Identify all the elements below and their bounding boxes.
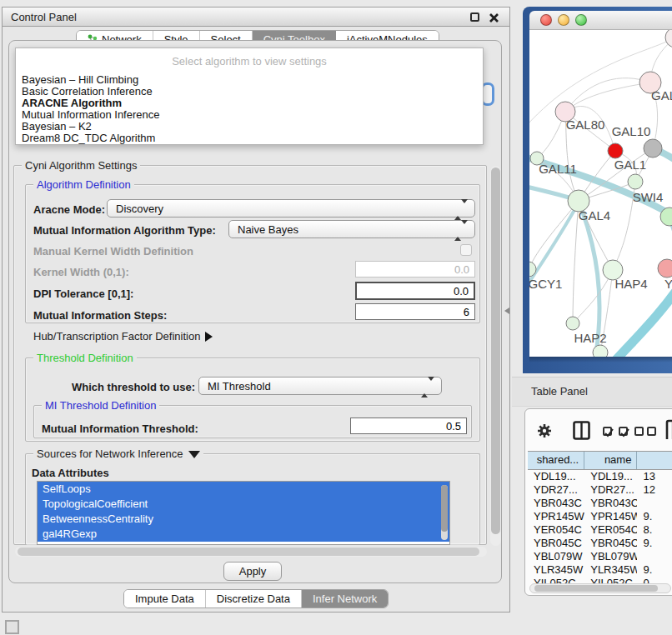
table-cell: 8. — [637, 523, 672, 537]
algorithm-popup-hint: Select algorithm to view settings — [16, 48, 483, 74]
which-threshold-combo[interactable]: MI Threshold — [198, 377, 442, 395]
network-node-label: Y — [664, 277, 672, 291]
network-node-y[interactable] — [658, 259, 672, 278]
unchecked-checkboxes-icon[interactable] — [634, 424, 656, 439]
table-row[interactable]: YBR043CYBR043C — [528, 497, 672, 510]
attributes-scrollbar-thumb[interactable] — [441, 485, 448, 532]
combo-stepper-icon — [454, 203, 468, 216]
algorithm-definition-title: Algorithm Definition — [33, 178, 134, 191]
mi-algorithm-type-label: Mutual Information Algorithm Type: — [33, 224, 216, 237]
network-canvas[interactable]: GALGAL80GAL10GAL11GAL1SWI4GAL4GCY1HAP4YH… — [529, 30, 672, 357]
tab-discretize-data[interactable]: Discretize Data — [206, 590, 302, 608]
table-row[interactable]: YLR345WYLR345W9. — [528, 563, 672, 577]
network-node-gal10[interactable] — [608, 143, 623, 158]
split-pane-collapse-icon[interactable] — [504, 308, 509, 314]
mi-steps-label: Mutual Information Steps: — [33, 309, 167, 322]
network-node[interactable] — [644, 139, 662, 158]
close-icon[interactable] — [489, 12, 499, 22]
algorithm-option-mutual-information-inference[interactable]: Mutual Information Inference — [16, 109, 483, 121]
table-row[interactable]: YPR145WYPR145W9. — [528, 510, 672, 523]
attribute-item-selfloops[interactable]: SelfLoops — [38, 482, 449, 497]
mi-algorithm-type-combo[interactable]: Naive Bayes — [228, 220, 475, 238]
table-row[interactable]: YDL19...YDL19...13 — [528, 470, 672, 483]
table-row[interactable]: YER054CYER054C8. — [528, 523, 672, 537]
checked-checkboxes-icon[interactable] — [603, 424, 628, 439]
table-cell: YBL079W — [528, 550, 584, 563]
network-node-label: GAL11 — [539, 162, 577, 176]
network-node[interactable] — [593, 345, 608, 357]
table-cell: YBR045C — [584, 537, 637, 550]
attribute-item-gal4rgexp[interactable]: gal4RGexp — [38, 527, 449, 542]
dpi-tolerance-field[interactable]: 0.0 — [355, 282, 475, 300]
algorithm-option-bayesian-hill-climbing[interactable]: Bayesian – Hill Climbing — [16, 74, 483, 86]
float-window-icon[interactable] — [470, 12, 479, 22]
algorithm-option-aracne-algorithm[interactable]: ARACNE Algorithm — [16, 98, 483, 109]
expand-arrow-icon — [205, 332, 213, 342]
tab-infer-network[interactable]: Infer Network — [302, 590, 388, 608]
table-horizontal-scrollbar — [529, 583, 671, 593]
table-header-row: shared...name — [528, 451, 672, 470]
cyni-algorithm-settings-title: Cyni Algorithm Settings — [22, 159, 140, 172]
aracne-mode-label: Aracne Mode: — [33, 203, 105, 216]
cyni-bottom-tabbar: Impute DataDiscretize DataInfer Network — [123, 589, 389, 608]
manual-kernel-width-label: Manual Kernel Width Definition — [33, 245, 193, 258]
table-cell: 12 — [637, 483, 672, 497]
gear-icon[interactable] — [537, 423, 552, 442]
settings-vertical-scrollbar — [490, 166, 501, 546]
tab-impute-data[interactable]: Impute Data — [124, 590, 206, 608]
sources-title: Sources for Network Inference — [37, 448, 183, 460]
settings-horizontal-scrollbar — [15, 547, 487, 557]
combo-stepper-icon — [421, 381, 434, 393]
table-hscroll-thumb[interactable] — [534, 585, 658, 592]
network-node-label: GCY1 — [529, 277, 562, 291]
column-header-shared[interactable]: shared... — [528, 452, 584, 469]
mi-algorithm-type-value: Naive Bayes — [238, 223, 298, 236]
minimize-traffic-light-icon[interactable] — [558, 14, 569, 26]
algorithm-option-basic-correlation-inference[interactable]: Basic Correlation Inference — [16, 86, 483, 98]
table-cell: YBL079W — [584, 550, 637, 563]
tab-infer-network-label: Infer Network — [313, 592, 377, 605]
attributes-scrollbar — [441, 485, 448, 540]
column-header-name[interactable]: name — [584, 452, 637, 469]
collapsed-panel-icon[interactable] — [5, 620, 19, 634]
algorithm-option-bayesian-k2[interactable]: Bayesian – K2 — [16, 121, 483, 132]
network-edge[interactable] — [613, 280, 672, 357]
table-row[interactable]: YBL079WYBL079W — [528, 550, 672, 563]
network-node-label: GAL — [651, 88, 672, 102]
table-cell: YPR145W — [584, 510, 637, 523]
table-row[interactable]: YDR27...YDR27...12 — [528, 483, 672, 497]
network-window-titlebar[interactable] — [529, 11, 672, 30]
panel-layout-icon[interactable] — [665, 419, 672, 444]
settings-hscroll-thumb[interactable] — [18, 548, 479, 556]
network-node-label: GAL10 — [612, 124, 651, 138]
attribute-item-betweennesscentrality[interactable]: BetweennessCentrality — [38, 512, 449, 527]
table-cell: 13 — [637, 470, 672, 483]
table-cell: 9. — [637, 510, 672, 523]
settings-vscroll-thumb[interactable] — [491, 168, 500, 534]
close-traffic-light-icon[interactable] — [540, 14, 552, 26]
kernel-width-label: Kernel Width (0,1): — [33, 266, 129, 278]
network-node-gal1[interactable] — [628, 174, 643, 189]
kernel-width-field: 0.0 — [355, 261, 475, 278]
collapse-arrow-icon — [188, 451, 200, 458]
hub-definition-toggle[interactable]: Hub/Transcription Factor Definition — [33, 330, 213, 342]
zoom-traffic-light-icon[interactable] — [575, 14, 587, 26]
table-row[interactable]: YBR045CYBR045C9. — [528, 537, 672, 550]
table-cell: YER054C — [584, 523, 637, 537]
network-node[interactable] — [665, 30, 672, 48]
network-node-hap2[interactable] — [566, 317, 579, 330]
dpi-tolerance-label: DPI Tolerance [0,1]: — [33, 288, 133, 300]
mi-threshold-field[interactable]: 0.5 — [350, 418, 467, 434]
sources-toggle[interactable]: Sources for Network Inference — [33, 448, 203, 460]
aracne-mode-value: Discovery — [116, 202, 163, 215]
apply-button[interactable]: Apply — [223, 562, 282, 581]
aracne-mode-combo[interactable]: Discovery — [107, 199, 475, 218]
column-header-cut[interactable] — [637, 452, 672, 469]
attribute-item-topologicalcoefficient[interactable]: TopologicalCoefficient — [38, 497, 449, 512]
algorithm-option-dream8-dc-tdc-algorithm[interactable]: Dream8 DC_TDC Algorithm — [16, 132, 483, 144]
network-edge[interactable] — [529, 201, 579, 269]
split-columns-icon[interactable] — [573, 421, 590, 443]
network-node-label: GAL80 — [566, 118, 605, 132]
mi-steps-field[interactable]: 6 — [355, 303, 475, 320]
tab-impute-data-label: Impute Data — [135, 592, 194, 605]
